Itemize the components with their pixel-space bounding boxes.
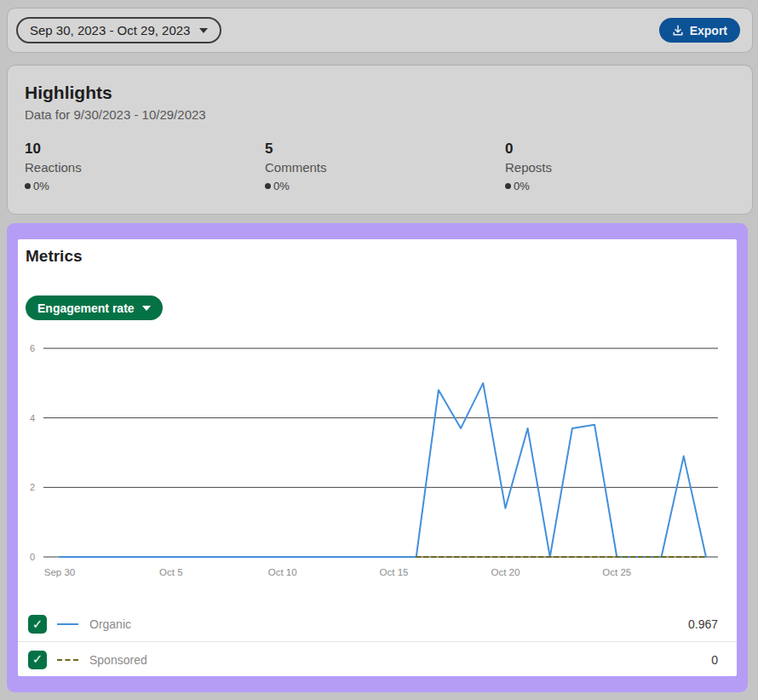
date-range-label: Sep 30, 2023 - Oct 29, 2023 bbox=[30, 23, 190, 37]
download-icon bbox=[672, 25, 684, 37]
metrics-highlight-overlay: Metrics Engagement rate 0246Sep 30Oct 5O… bbox=[7, 223, 748, 692]
sponsored-checkbox[interactable]: ✓ bbox=[28, 651, 47, 669]
stat-value: 0 bbox=[505, 141, 745, 158]
stat-change: 0% bbox=[265, 180, 505, 192]
svg-text:Oct 25: Oct 25 bbox=[602, 567, 631, 577]
check-icon: ✓ bbox=[32, 653, 43, 666]
highlights-title: Highlights bbox=[25, 83, 735, 103]
export-button[interactable]: Export bbox=[659, 18, 740, 43]
svg-text:0: 0 bbox=[30, 552, 35, 562]
svg-text:Oct 20: Oct 20 bbox=[491, 567, 520, 577]
stat-value: 10 bbox=[25, 141, 265, 158]
export-label: Export bbox=[690, 24, 727, 37]
stat-label: Reactions bbox=[25, 160, 265, 175]
stat-reactions: 10 Reactions 0% bbox=[25, 141, 265, 192]
legend-label: Sponsored bbox=[89, 653, 147, 667]
toolbar: Sep 30, 2023 - Oct 29, 2023 Export bbox=[7, 8, 753, 53]
stat-value: 5 bbox=[265, 141, 505, 158]
chart-legend: ✓ Organic 0.967 ✓ Sponsored 0 bbox=[18, 607, 737, 677]
highlights-card: Highlights Data for 9/30/2023 - 10/29/20… bbox=[7, 65, 753, 215]
svg-text:Sep 30: Sep 30 bbox=[44, 567, 75, 577]
highlights-subtitle: Data for 9/30/2023 - 10/29/2023 bbox=[25, 107, 735, 122]
svg-text:Oct 5: Oct 5 bbox=[159, 567, 182, 577]
chevron-down-icon bbox=[142, 306, 151, 311]
bullet-icon bbox=[265, 183, 271, 189]
chevron-down-icon bbox=[199, 28, 208, 33]
date-range-dropdown[interactable]: Sep 30, 2023 - Oct 29, 2023 bbox=[16, 17, 221, 43]
stat-change: 0% bbox=[505, 180, 745, 192]
metric-selector-dropdown[interactable]: Engagement rate bbox=[26, 295, 163, 320]
bullet-icon bbox=[25, 183, 31, 189]
stat-change: 0% bbox=[25, 180, 265, 192]
legend-label: Organic bbox=[89, 617, 131, 631]
svg-text:4: 4 bbox=[30, 413, 35, 423]
stat-reposts: 0 Reposts 0% bbox=[505, 141, 745, 192]
legend-row-sponsored: ✓ Sponsored 0 bbox=[18, 641, 737, 677]
svg-text:2: 2 bbox=[30, 482, 35, 492]
organic-line-sample-icon bbox=[57, 623, 78, 625]
legend-value: 0.967 bbox=[688, 617, 718, 631]
svg-text:Oct 15: Oct 15 bbox=[380, 567, 409, 577]
stat-label: Comments bbox=[265, 160, 505, 175]
legend-row-organic: ✓ Organic 0.967 bbox=[18, 607, 737, 641]
metrics-card: Metrics Engagement rate 0246Sep 30Oct 5O… bbox=[18, 239, 737, 676]
metric-selector-label: Engagement rate bbox=[37, 301, 135, 315]
svg-text:Oct 10: Oct 10 bbox=[268, 567, 297, 577]
legend-value: 0 bbox=[711, 653, 718, 667]
sponsored-line-sample-icon bbox=[57, 659, 78, 661]
svg-text:6: 6 bbox=[30, 343, 35, 353]
organic-checkbox[interactable]: ✓ bbox=[28, 615, 47, 634]
engagement-rate-chart: 0246Sep 30Oct 5Oct 10Oct 15Oct 20Oct 25 bbox=[18, 337, 737, 588]
metrics-title: Metrics bbox=[26, 247, 83, 266]
stat-label: Reposts bbox=[505, 160, 745, 175]
check-icon: ✓ bbox=[32, 618, 43, 631]
stat-comments: 5 Comments 0% bbox=[265, 141, 505, 192]
highlights-stats: 10 Reactions 0% 5 Comments 0% 0 Reposts … bbox=[25, 141, 735, 192]
bullet-icon bbox=[505, 183, 511, 189]
